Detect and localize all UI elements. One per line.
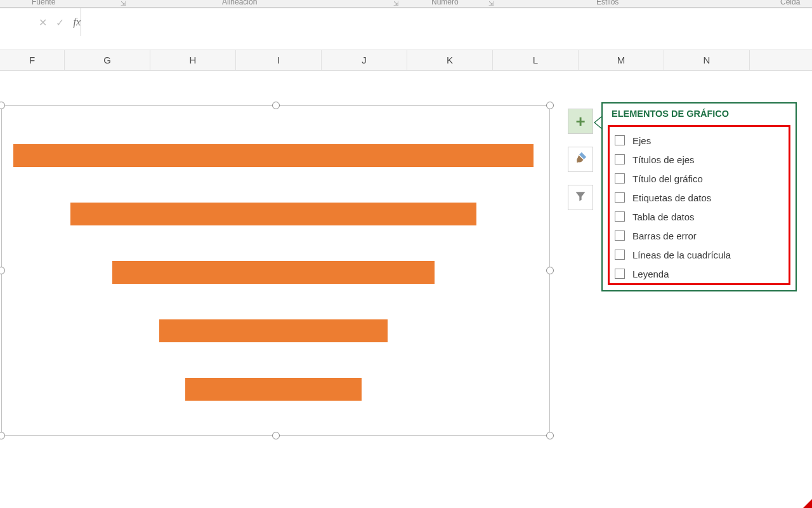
column-header[interactable]: M [579,50,664,70]
chart-element-option[interactable]: Etiquetas de datos [615,188,783,207]
option-label: Títulos de ejes [632,154,695,165]
formula-bar: ✕ ✓ fx [0,8,812,36]
fx-icon[interactable]: fx [73,17,81,28]
annotation-mark [803,499,812,508]
resize-handle[interactable] [546,102,554,109]
ribbon-group-celdas: Celda [780,0,800,6]
option-label: Título del gráfico [632,173,703,184]
chart-element-option[interactable]: Leyenda [615,264,783,283]
column-header[interactable]: G [65,50,150,70]
plus-icon: + [575,112,585,131]
chart-element-option[interactable]: Tabla de datos [615,207,783,226]
option-label: Tabla de datos [632,211,695,222]
ribbon-group-numero: Número [431,0,459,6]
option-label: Líneas de la cuadrícula [632,250,731,260]
chart-element-option[interactable]: Títulos de ejes [615,150,783,169]
option-label: Etiquetas de datos [632,192,711,203]
chart-element-option[interactable]: Líneas de la cuadrícula [615,245,783,264]
dialog-launcher-icon[interactable] [393,0,400,5]
resize-handle[interactable] [272,102,280,109]
enter-icon[interactable]: ✓ [56,17,64,29]
checkbox-icon[interactable] [615,173,625,184]
bar-series[interactable] [70,203,476,225]
resize-handle[interactable] [0,267,5,274]
checkbox-icon[interactable] [615,269,625,279]
column-header[interactable]: I [236,50,322,70]
ribbon-group-labels: Fuente Alineación Número Estilos Celda [0,0,812,8]
bar-series[interactable] [13,144,534,167]
worksheet-area[interactable]: + ELEMENTOS DE GRÁFICO EjesTítulos de ej… [0,70,812,508]
chart-element-option[interactable]: Título del gráfico [615,169,783,188]
spacer [0,36,812,50]
checkbox-icon[interactable] [615,231,625,241]
chart-elements-flyout: ELEMENTOS DE GRÁFICO EjesTítulos de ejes… [601,102,797,291]
funnel-icon [574,190,587,206]
option-label: Leyenda [632,269,669,279]
formula-input[interactable] [81,8,812,36]
flyout-items-highlight: EjesTítulos de ejesTítulo del gráficoEti… [608,125,790,285]
column-header[interactable]: F [0,50,65,70]
resize-handle[interactable] [0,432,5,439]
chart-styles-button[interactable] [568,147,593,172]
chart-element-option[interactable]: Ejes [615,131,783,150]
ribbon-group-estilos: Estilos [596,0,619,6]
resize-handle[interactable] [272,432,280,439]
column-header[interactable]: H [150,50,236,70]
ribbon-group-alineacion: Alineación [222,0,257,6]
chart-element-option[interactable]: Barras de error [615,226,783,245]
dialog-launcher-icon[interactable] [121,0,127,5]
bar-series[interactable] [112,261,435,284]
cancel-icon[interactable]: ✕ [39,17,47,29]
paintbrush-icon [573,151,587,168]
resize-handle[interactable] [0,102,5,109]
ribbon-group-fuente: Fuente [32,0,55,6]
resize-handle[interactable] [546,432,554,439]
dialog-launcher-icon[interactable] [488,0,495,5]
checkbox-icon[interactable] [615,211,625,222]
checkbox-icon[interactable] [615,192,625,203]
column-header[interactable]: L [493,50,579,70]
chart-elements-button[interactable]: + [568,109,593,134]
column-header[interactable]: J [322,50,407,70]
checkbox-icon[interactable] [615,154,625,164]
option-label: Ejes [632,135,651,146]
column-header[interactable]: K [407,50,493,70]
column-header[interactable]: N [664,50,750,70]
plot-area[interactable] [13,124,538,417]
chart-filters-button[interactable] [568,185,593,210]
embedded-chart[interactable] [1,105,550,436]
checkbox-icon[interactable] [615,250,625,260]
bar-series[interactable] [159,319,388,342]
resize-handle[interactable] [546,267,554,274]
option-label: Barras de error [632,231,697,241]
checkbox-icon[interactable] [615,135,625,145]
column-headers: F G H I J K L M N [0,50,812,70]
bar-series[interactable] [185,378,362,401]
flyout-title: ELEMENTOS DE GRÁFICO [603,104,796,121]
